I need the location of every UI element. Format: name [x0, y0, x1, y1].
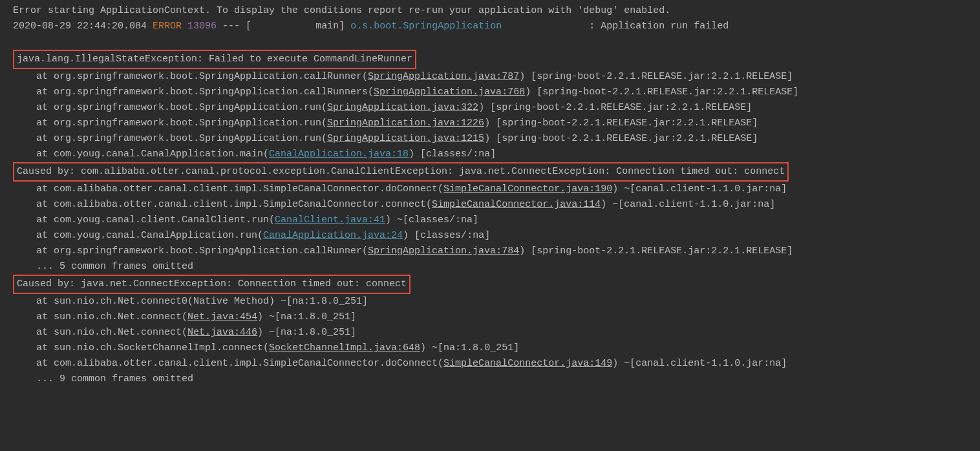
frame-prefix: at sun.nio.ch.Net.connect0(Native Method…	[36, 296, 368, 307]
frame-prefix: at com.youg.canal.CanalApplication.main(	[36, 149, 269, 160]
source-link[interactable]: SimpleCanalConnector.java:114	[432, 199, 601, 210]
frame-suffix: ) [spring-boot-2.2.1.RELEASE.jar:2.2.1.R…	[484, 133, 758, 144]
frame-prefix: at sun.nio.ch.SocketChannelImpl.connect(	[36, 342, 269, 353]
stack-frame: at com.alibaba.otter.canal.client.impl.S…	[13, 197, 967, 213]
exception-header-2: Caused by: com.alibaba.otter.canal.proto…	[13, 162, 789, 182]
exception-header-3: Caused by: java.net.ConnectException: Co…	[13, 275, 410, 294]
source-link[interactable]: CanalApplication.java:24	[263, 230, 403, 241]
header-line-1: Error starting ApplicationContext. To di…	[13, 3, 967, 19]
frame-prefix: at com.youg.canal.client.CanalClient.run…	[36, 215, 275, 226]
stack-frame: at org.springframework.boot.SpringApplic…	[13, 131, 967, 147]
stack-frame: at com.youg.canal.CanalApplication.run(C…	[13, 228, 967, 244]
source-link[interactable]: SimpleCanalConnector.java:149	[443, 358, 612, 369]
source-link[interactable]: SpringApplication.java:1215	[327, 133, 484, 144]
source-link[interactable]: SocketChannelImpl.java:648	[269, 342, 420, 353]
source-link[interactable]: CanalApplication.java:18	[269, 149, 409, 160]
stack-trace-1: at org.springframework.boot.SpringApplic…	[13, 69, 967, 162]
stack-frame: at org.springframework.boot.SpringApplic…	[13, 85, 967, 100]
stack-frame: at com.youg.canal.CanalApplication.main(…	[13, 147, 967, 162]
source-link[interactable]: SpringApplication.java:768	[374, 87, 525, 98]
spacer	[502, 21, 589, 32]
stack-frame: at com.alibaba.otter.canal.client.impl.S…	[13, 356, 967, 372]
frame-suffix: ) [spring-boot-2.2.1.RELEASE.jar:2.2.1.R…	[478, 102, 752, 113]
stack-trace-3: at sun.nio.ch.Net.connect0(Native Method…	[13, 294, 967, 372]
frame-prefix: at com.alibaba.otter.canal.client.impl.S…	[36, 358, 443, 369]
stack-frame: at com.alibaba.otter.canal.client.impl.S…	[13, 182, 967, 197]
frame-prefix: at sun.nio.ch.Net.connect(	[36, 327, 187, 338]
source-link[interactable]: SpringApplication.java:784	[368, 246, 519, 257]
frame-suffix: ) ~[canal.client-1.1.0.jar:na]	[601, 199, 775, 210]
exception-header-1: java.lang.IllegalStateException: Failed …	[13, 50, 416, 69]
frame-suffix: ) [spring-boot-2.2.1.RELEASE.jar:2.2.1.R…	[525, 87, 798, 98]
frame-prefix: at sun.nio.ch.Net.connect(	[36, 311, 187, 322]
source-link[interactable]: Net.java:454	[187, 311, 257, 322]
source-link[interactable]: SpringApplication.java:787	[368, 71, 519, 82]
source-link[interactable]: CanalClient.java:41	[275, 215, 385, 226]
frame-prefix: at com.alibaba.otter.canal.client.impl.S…	[36, 199, 432, 210]
omitted-frames-2: ... 5 common frames omitted	[13, 259, 967, 275]
frame-prefix: at com.alibaba.otter.canal.client.impl.S…	[36, 184, 443, 194]
timestamp: 2020-08-29 22:44:20.084	[13, 21, 147, 32]
stack-frame: at sun.nio.ch.Net.connect(Net.java:446) …	[13, 325, 967, 341]
frame-prefix: at org.springframework.boot.SpringApplic…	[36, 87, 374, 98]
frame-prefix: at org.springframework.boot.SpringApplic…	[36, 246, 368, 257]
frame-suffix: ) ~[na:1.8.0_251]	[257, 327, 356, 338]
source-link[interactable]: Net.java:446	[187, 327, 257, 338]
omitted-frames-3: ... 9 common frames omitted	[13, 372, 967, 387]
frame-suffix: ) ~[na:1.8.0_251]	[257, 311, 356, 322]
stack-frame: at sun.nio.ch.Net.connect0(Native Method…	[13, 294, 967, 309]
frame-suffix: ) ~[canal.client-1.1.0.jar:na]	[612, 184, 787, 194]
frame-prefix: at org.springframework.boot.SpringApplic…	[36, 118, 327, 129]
frame-prefix: at org.springframework.boot.SpringApplic…	[36, 102, 327, 113]
frame-suffix: ) ~[na:1.8.0_251]	[420, 342, 519, 353]
source-link[interactable]: SpringApplication.java:1226	[327, 118, 484, 129]
frame-suffix: ) ~[canal.client-1.1.0.jar:na]	[612, 358, 787, 369]
frame-prefix: at org.springframework.boot.SpringApplic…	[36, 71, 368, 82]
frame-suffix: ) [spring-boot-2.2.1.RELEASE.jar:2.2.1.R…	[519, 71, 793, 82]
stack-trace-2: at com.alibaba.otter.canal.client.impl.S…	[13, 182, 967, 259]
separator: --- [ main]	[217, 21, 350, 32]
frame-suffix: ) [classes/:na]	[409, 149, 496, 160]
logger-name: o.s.boot.SpringApplication	[350, 21, 502, 32]
stack-frame: at org.springframework.boot.SpringApplic…	[13, 244, 967, 259]
frame-suffix: ) ~[classes/:na]	[385, 215, 478, 226]
stack-frame: at com.youg.canal.client.CanalClient.run…	[13, 213, 967, 228]
stack-frame: at sun.nio.ch.SocketChannelImpl.connect(…	[13, 341, 967, 356]
log-level: ERROR	[153, 21, 182, 32]
pid: 13096	[187, 21, 217, 32]
frame-suffix: ) [spring-boot-2.2.1.RELEASE.jar:2.2.1.R…	[484, 118, 758, 129]
stack-frame: at org.springframework.boot.SpringApplic…	[13, 69, 967, 85]
stack-frame: at org.springframework.boot.SpringApplic…	[13, 116, 967, 131]
log-message: : Application run failed	[589, 21, 729, 32]
frame-prefix: at com.youg.canal.CanalApplication.run(	[36, 230, 263, 241]
header-line-2: 2020-08-29 22:44:20.084 ERROR 13096 --- …	[13, 19, 967, 34]
frame-prefix: at org.springframework.boot.SpringApplic…	[36, 133, 327, 144]
console-output: Error starting ApplicationContext. To di…	[13, 3, 967, 387]
stack-frame: at org.springframework.boot.SpringApplic…	[13, 100, 967, 116]
source-link[interactable]: SimpleCanalConnector.java:190	[443, 184, 612, 194]
frame-suffix: ) [spring-boot-2.2.1.RELEASE.jar:2.2.1.R…	[519, 246, 793, 257]
source-link[interactable]: SpringApplication.java:322	[327, 102, 478, 113]
stack-frame: at sun.nio.ch.Net.connect(Net.java:454) …	[13, 309, 967, 325]
frame-suffix: ) [classes/:na]	[403, 230, 490, 241]
